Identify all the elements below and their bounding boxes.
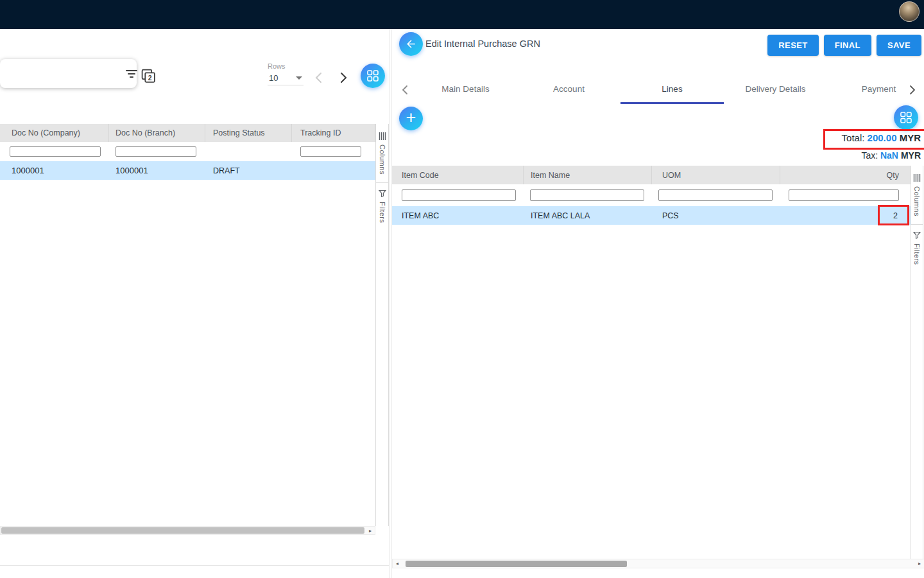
tabs: Main Details Account Lines Delivery Deta… (414, 76, 924, 104)
total-currency: MYR (900, 132, 921, 143)
column-header-doc-no-branch[interactable]: Doc No (Branch) (109, 124, 205, 142)
columns-rail-button[interactable]: Columns (913, 174, 921, 216)
tab-delivery-details[interactable]: Delivery Details (724, 76, 827, 104)
tax-amount: Tax: NaN MYR (861, 150, 921, 161)
document-row-selected[interactable]: 1000001 1000001 DRAFT (0, 161, 375, 180)
dropdown-arrow-icon (296, 76, 302, 80)
right-scrollbar-left-arrow[interactable]: ◂ (393, 559, 402, 568)
column-header-tracking-id[interactable]: Tracking ID (292, 124, 375, 142)
tracking-id-filter-input[interactable] (300, 146, 361, 157)
columns-icon (379, 132, 386, 140)
total-value: 200.00 (868, 132, 897, 143)
rail-divider (911, 224, 923, 225)
right-scrollbar-right-arrow[interactable]: ▸ (915, 559, 924, 568)
filters-rail-label: Filters (379, 202, 386, 223)
column-header-uom[interactable]: UOM (652, 166, 780, 184)
item-code-filter-input[interactable] (402, 189, 516, 201)
rows-per-page-value: 10 (269, 73, 278, 83)
tax-currency: MYR (901, 150, 921, 161)
left-side-rail: Columns Filters (375, 124, 389, 526)
rows-per-page-select[interactable]: 10 (268, 71, 304, 85)
search-input[interactable] (0, 59, 126, 88)
left-scrollbar-thumb[interactable] (1, 527, 364, 534)
add-line-button[interactable]: + (399, 107, 423, 130)
plus-icon: + (406, 109, 416, 127)
filter-funnel-icon (913, 231, 921, 239)
previous-page-button[interactable] (312, 69, 324, 86)
column-header-doc-no-company[interactable]: Doc No (Company) (0, 124, 109, 142)
column-header-item-name[interactable]: Item Name (524, 166, 652, 184)
next-page-button[interactable] (338, 69, 349, 86)
tab-account[interactable]: Account (517, 76, 620, 104)
page-title: Edit Internal Purchase GRN (425, 39, 540, 49)
left-scrollbar-right-arrow[interactable]: ▸ (366, 527, 375, 534)
filter-funnel-icon (379, 189, 386, 197)
filters-rail-button[interactable]: Filters (379, 189, 386, 223)
lines-table-filter-row (392, 185, 911, 206)
reset-button[interactable]: RESET (767, 35, 818, 56)
svg-text:2: 2 (148, 74, 151, 82)
line-row-selected[interactable]: ITEM ABC ITEM ABC LALA PCS 2 (392, 206, 911, 225)
grid-icon (900, 112, 912, 123)
document-table-filter-row (0, 142, 375, 161)
filters-rail-button[interactable]: Filters (913, 231, 921, 265)
total-amount: Total: 200.00 MYR (842, 132, 921, 143)
document-list-panel: 2 Rows 10 Doc No (Company) Doc No (Branc… (0, 29, 389, 578)
rows-per-page-label: Rows (268, 62, 286, 70)
filters-rail-label: Filters (913, 243, 921, 265)
search-card (0, 59, 137, 88)
layout-grid-button[interactable] (361, 64, 385, 88)
cell-uom: PCS (652, 206, 780, 225)
doc-no-branch-filter-input[interactable] (116, 146, 196, 157)
item-name-filter-input[interactable] (530, 189, 644, 201)
total-label: Total: (842, 132, 865, 143)
action-buttons: RESET FINAL SAVE (767, 35, 921, 56)
tab-lines[interactable]: Lines (620, 76, 724, 104)
cell-doc-no-branch: 1000001 (109, 161, 205, 180)
column-header-item-code[interactable]: Item Code (392, 166, 524, 184)
topbar (0, 0, 924, 29)
app-root: 2 Rows 10 Doc No (Company) Doc No (Branc… (0, 0, 924, 578)
save-button[interactable]: SAVE (877, 35, 921, 56)
doc-no-company-filter-input[interactable] (10, 146, 101, 157)
grid-icon (367, 70, 379, 82)
lines-layout-grid-button[interactable] (894, 105, 918, 130)
cell-item-name: ITEM ABC LALA (524, 206, 652, 225)
tabs-scroll-right-button[interactable] (907, 82, 918, 98)
final-button[interactable]: FINAL (824, 35, 871, 56)
right-side-rail: Columns Filters (911, 166, 923, 559)
arrow-back-icon (405, 38, 417, 50)
right-scrollbar-thumb[interactable] (406, 561, 627, 567)
tax-label: Tax: (861, 150, 878, 161)
columns-rail-label: Columns (913, 186, 921, 216)
filter-list-icon[interactable] (126, 59, 137, 88)
tabs-scroll-left-button[interactable] (400, 82, 410, 98)
qty-filter-input[interactable] (789, 189, 899, 201)
cell-tracking-id (292, 161, 375, 180)
cell-qty: 2 (780, 206, 911, 225)
cell-doc-no-company: 1000001 (0, 161, 109, 180)
column-header-qty[interactable]: Qty (780, 166, 911, 184)
columns-icon (913, 174, 921, 182)
tab-bar: Main Details Account Lines Delivery Deta… (392, 76, 924, 104)
rail-divider (376, 182, 388, 183)
left-panel-bottom-divider (0, 565, 389, 566)
edit-grn-panel: Edit Internal Purchase GRN RESET FINAL S… (391, 29, 924, 578)
lines-table-header: Item Code Item Name UOM Qty (392, 166, 911, 184)
back-button[interactable] (399, 32, 423, 56)
uom-filter-input[interactable] (658, 189, 773, 201)
columns-rail-button[interactable]: Columns (379, 132, 386, 175)
tab-main-details[interactable]: Main Details (414, 76, 517, 104)
document-table-header: Doc No (Company) Doc No (Branch) Posting… (0, 124, 375, 142)
left-horizontal-scrollbar[interactable]: ▸ (0, 526, 375, 535)
cell-posting-status: DRAFT (205, 161, 292, 180)
tax-value: NaN (880, 150, 898, 161)
user-avatar[interactable] (899, 1, 920, 22)
columns-rail-label: Columns (379, 144, 386, 175)
filter-2-icon[interactable]: 2 (140, 67, 157, 84)
cell-item-code: ITEM ABC (392, 206, 524, 225)
right-horizontal-scrollbar[interactable]: ◂ ▸ (392, 559, 924, 568)
column-header-posting-status[interactable]: Posting Status (205, 124, 292, 142)
